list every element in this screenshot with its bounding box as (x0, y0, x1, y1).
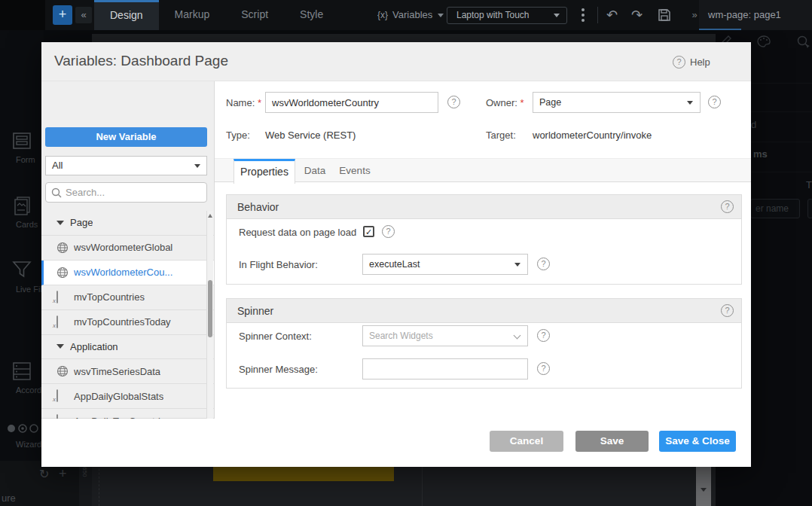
save-icon[interactable] (658, 8, 671, 25)
tree-item-label: mvTopCountries (74, 291, 145, 303)
scroll-up-arrow-icon (208, 214, 212, 218)
more-options-icon[interactable] (582, 8, 585, 24)
tree-group-label: Application (70, 341, 118, 352)
inflight-label: In Flight Behavior: (239, 259, 318, 270)
tree-group-label: Page (70, 217, 93, 228)
tab-events[interactable]: Events (336, 159, 374, 183)
tab-markup[interactable]: Markup (159, 0, 226, 30)
filter-value: All (52, 160, 63, 171)
model-variable-icon: x (56, 291, 69, 303)
tree-group-application[interactable]: Application (41, 335, 214, 360)
device-selector[interactable]: Laptop with Touch (447, 7, 567, 24)
dialog-header: Variables: Dashboard Page ? Help (41, 42, 751, 81)
owner-help-icon[interactable]: ? (708, 96, 721, 108)
spinner-message-label: Spinner Message: (239, 364, 318, 375)
tab-script[interactable]: Script (225, 0, 284, 30)
request-data-checkbox[interactable]: ✓ (363, 226, 374, 237)
tree-item-label: wsvWordometerGlobal (74, 242, 172, 253)
inflight-help-icon[interactable]: ? (537, 258, 550, 270)
tree-item[interactable]: wsvWordometerGlobal (41, 236, 214, 261)
screen: Form Cards Live Filt Accordi Wizard 650 (0, 0, 812, 506)
tree-item-label: wsvWorldometerCou... (74, 267, 172, 278)
required-marker: * (258, 97, 261, 108)
add-widget-button[interactable]: + (53, 5, 72, 25)
save-button[interactable]: Save (575, 431, 649, 452)
toolbar-divider (597, 7, 598, 23)
spinner-message-input[interactable] (362, 358, 528, 380)
name-label: Name: * (226, 97, 261, 108)
detail-tabs: Properties Data Events (215, 158, 751, 182)
tree-item-label: AppDailyGlobalStats (74, 391, 163, 402)
variables-dialog: Variables: Dashboard Page ? Help New Var… (41, 42, 751, 467)
help-link[interactable]: Help (690, 56, 710, 68)
spinner-message-help-icon[interactable]: ? (537, 362, 550, 375)
save-and-close-button[interactable]: Save & Close (659, 431, 736, 452)
scrollbar-thumb[interactable] (208, 280, 212, 337)
collapse-left-icon[interactable]: « (75, 7, 92, 23)
search-input[interactable] (66, 184, 201, 201)
dialog-footer: Cancel Save Save & Close (41, 419, 751, 467)
tree-item-label: wsvTimeSeriesData (74, 366, 160, 377)
variable-detail-panel: Name: * ? Owner: * Page ? Type: Web Serv… (215, 81, 751, 419)
name-input[interactable] (265, 92, 438, 113)
inflight-select[interactable]: executeLast (362, 254, 528, 275)
spinner-context-label: Spinner Context: (239, 331, 312, 342)
tab-design[interactable]: Design (94, 0, 159, 30)
globe-icon (56, 267, 69, 279)
owner-select[interactable]: Page (533, 92, 701, 113)
behavior-section-header: Behavior ? (227, 195, 741, 219)
caret-down-icon (194, 164, 200, 168)
spinner-context-placeholder: Search Widgets (369, 331, 433, 341)
collapse-triangle-icon (56, 344, 64, 349)
owner-label: Owner: * (486, 97, 524, 108)
name-help-icon[interactable]: ? (447, 96, 460, 108)
spinner-section: Spinner ? Spinner Context: Search Widget… (226, 298, 742, 389)
request-data-help-icon[interactable]: ? (382, 225, 395, 238)
model-variable-icon: x (56, 316, 69, 328)
cancel-button[interactable]: Cancel (490, 431, 563, 452)
target-label: Target: (486, 130, 516, 141)
caret-down-icon (554, 14, 560, 17)
variable-search (45, 182, 207, 203)
new-variable-button[interactable]: New Variable (45, 127, 207, 147)
tree-item-selected[interactable]: wsvWorldometerCou... (41, 261, 214, 285)
undo-icon[interactable]: ↶ (606, 0, 618, 30)
tree-item[interactable]: x AppDailyGlobalStats (41, 384, 214, 409)
owner-value: Page (539, 97, 561, 108)
dialog-title: Variables: Dashboard Page (54, 53, 228, 69)
chevron-down-icon (438, 14, 444, 17)
request-data-label: Request data on page load (239, 227, 356, 238)
tree-item[interactable]: x mvTopCountriesToday (41, 310, 214, 335)
spinner-help-icon[interactable]: ? (721, 304, 734, 317)
variables-icon: {x} (377, 10, 388, 20)
variables-menu[interactable]: {x}Variables (377, 0, 444, 30)
type-value: Web Service (REST) (265, 130, 356, 141)
spinner-context-select[interactable]: Search Widgets (362, 325, 528, 346)
caret-down-icon (514, 263, 520, 267)
toolbar-left-block (0, 0, 45, 30)
tree-item[interactable]: wsvTimeSeriesData (41, 359, 214, 384)
spinner-section-header: Spinner ? (227, 299, 741, 323)
page-badge-label: wm-page: page1 (708, 9, 781, 20)
globe-icon (56, 365, 69, 377)
editor-mode-tabs: Design Markup Script Style (94, 0, 339, 30)
collapse-triangle-icon (56, 221, 64, 225)
search-icon (51, 187, 62, 198)
tab-style[interactable]: Style (284, 0, 339, 30)
required-marker: * (520, 97, 524, 108)
behavior-help-icon[interactable]: ? (721, 200, 734, 213)
help-icon[interactable]: ? (673, 56, 685, 69)
redo-icon[interactable]: ↷ (631, 0, 643, 30)
target-value: worldometerCountry/invoke (533, 130, 652, 141)
inflight-value: executeLast (369, 259, 420, 270)
behavior-title: Behavior (237, 201, 279, 213)
page-badge: wm-page: page1 (699, 0, 812, 30)
tab-properties[interactable]: Properties (234, 159, 295, 184)
variable-filter-select[interactable]: All (45, 156, 207, 175)
tree-item-label: mvTopCountriesToday (74, 316, 171, 328)
tree-group-page[interactable]: Page (41, 211, 214, 236)
spinner-context-help-icon[interactable]: ? (537, 329, 550, 342)
tree-item[interactable]: x mvTopCountries (41, 285, 214, 310)
tab-data[interactable]: Data (300, 159, 330, 183)
chevron-down-icon (514, 332, 521, 340)
